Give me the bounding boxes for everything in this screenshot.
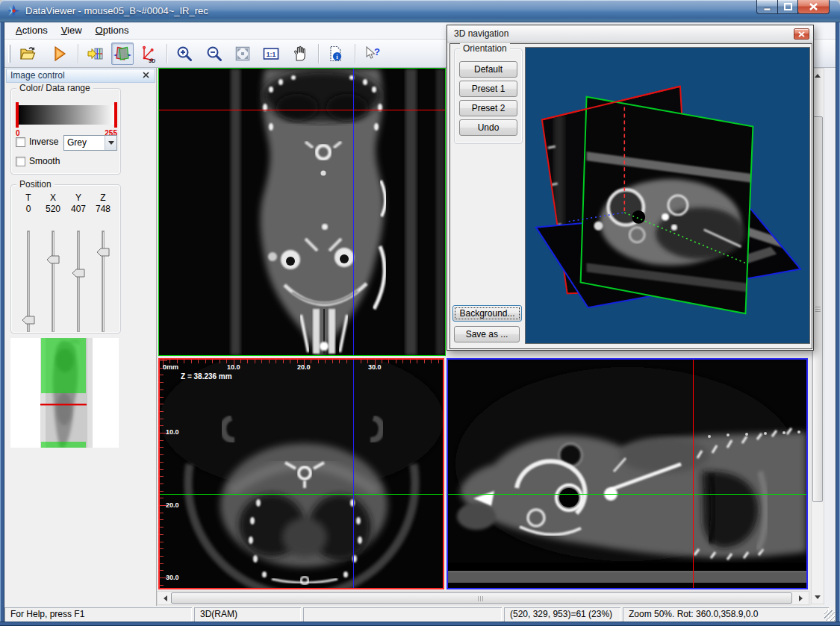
default-button[interactable]: Default <box>459 61 517 78</box>
horizontal-scrollbar[interactable] <box>157 591 809 605</box>
dataset-info-icon[interactable]: i <box>325 43 347 65</box>
save-as-button[interactable]: Save as ... <box>454 326 520 342</box>
svg-text:1:1: 1:1 <box>267 50 276 57</box>
orientation-label: Orientation <box>460 43 510 54</box>
pan-icon[interactable] <box>288 43 311 65</box>
range-max-marker[interactable] <box>114 102 117 128</box>
coronal-view[interactable] <box>158 68 446 356</box>
colormap-select[interactable]: Grey <box>63 135 117 151</box>
sagittal-view[interactable] <box>447 358 808 589</box>
slider-y: Y 407 <box>66 193 90 214</box>
z-position-label: Z = 38.236 mm <box>181 372 232 381</box>
status-voxel: (520, 329, 953)=61 (23%) <box>504 607 620 622</box>
slider-z-thumb[interactable] <box>96 248 110 257</box>
slider-t: T 0 <box>16 193 40 214</box>
slider-x-track[interactable] <box>52 231 55 332</box>
scroll-down-icon[interactable] <box>812 591 824 604</box>
toolbar-separator <box>167 44 167 63</box>
fit-window-icon[interactable] <box>231 43 254 65</box>
crosshair-red-horizontal[interactable] <box>159 110 445 110</box>
close-button[interactable] <box>797 0 830 14</box>
nav3d-titlebar[interactable]: 3D navigation <box>447 25 813 43</box>
slider-z: Z 748 <box>91 193 115 214</box>
background-button[interactable]: Background... <box>452 305 522 322</box>
range-min-marker[interactable] <box>16 102 19 128</box>
actual-size-icon[interactable]: 1:1 <box>260 43 282 65</box>
run-icon[interactable] <box>48 43 70 65</box>
toolbar-grip[interactable] <box>8 45 10 63</box>
ruler-label-left-20: 20.0 <box>166 501 179 509</box>
slider-x-axis: X <box>41 193 65 203</box>
status-mode: 3D(RAM) <box>194 607 301 622</box>
status-zoom-rotation: Zoom 50%. Rot: 360.0,358.9,0.0 <box>623 607 829 622</box>
undo-button[interactable]: Undo <box>459 119 517 136</box>
toolbar-separator <box>355 44 355 63</box>
svg-text:3D: 3D <box>149 57 155 63</box>
smooth-label: Smooth <box>29 156 60 166</box>
statusbar: For Help, press F1 3D(RAM) (520, 329, 95… <box>4 606 836 622</box>
scroll-right-icon[interactable] <box>796 592 809 604</box>
chevron-down-icon[interactable] <box>105 136 116 150</box>
crosshair-green-horizontal[interactable] <box>160 494 443 495</box>
inverse-label: Inverse <box>29 137 58 147</box>
window-titlebar[interactable]: DataViewer - mouse05_B~#0004~_IR_rec <box>0 0 840 22</box>
client-right-gutter <box>824 22 836 622</box>
slider-x: X 520 <box>41 193 65 214</box>
smooth-checkbox[interactable] <box>16 157 25 166</box>
color-gradient-bar[interactable] <box>17 105 116 125</box>
color-range-group: Color/ Data range 0 255 Inverse Grey Smo… <box>10 88 121 175</box>
scout-thumbnail[interactable] <box>10 338 119 448</box>
ortho-planes-icon[interactable] <box>111 43 134 65</box>
window-title: DataViewer - mouse05_B~#0004~_IR_rec <box>25 0 208 22</box>
ruler-label-0mm: 0mm <box>163 363 178 371</box>
slider-y-thumb[interactable] <box>72 269 85 278</box>
horizontal-scrollbar-thumb[interactable] <box>171 592 792 604</box>
zoom-in-icon[interactable] <box>173 43 196 65</box>
slider-x-value: 520 <box>41 204 65 214</box>
context-help-icon[interactable]: ? <box>361 43 384 65</box>
slider-t-value: 0 <box>16 204 40 214</box>
minimize-button[interactable] <box>756 0 778 14</box>
ruler-label-left-10: 10.0 <box>166 428 179 436</box>
slider-z-axis: Z <box>91 193 115 203</box>
axial-view[interactable]: 0mm 10.0 20.0 30.0 10.0 20.0 30.0 Z = 38… <box>158 358 444 589</box>
slider-t-thumb[interactable] <box>22 316 35 325</box>
menu-view[interactable]: View <box>55 22 89 39</box>
ruler-label-top-10: 10.0 <box>227 363 240 371</box>
scroll-left-icon[interactable] <box>158 592 170 604</box>
crosshair-green-horizontal[interactable] <box>448 494 806 495</box>
colormap-value: Grey <box>67 137 87 148</box>
vertical-scrollbar-thumb[interactable] <box>812 116 823 502</box>
svg-text:?: ? <box>374 46 380 57</box>
app-icon <box>7 4 20 17</box>
export-slices-icon[interactable] <box>84 43 107 65</box>
ruler-label-top-30: 30.0 <box>368 363 382 371</box>
nav3d-close-button[interactable] <box>794 28 809 40</box>
image-control-panel: Image control Color/ Data range 0 255 In… <box>4 68 157 606</box>
maximize-button[interactable] <box>777 0 798 14</box>
menu-options[interactable]: Options <box>89 22 136 39</box>
menu-actions[interactable]: Actions <box>9 22 55 39</box>
crosshair-red-vertical[interactable] <box>693 360 694 588</box>
toolbar-separator <box>318 44 319 63</box>
crosshair-blue-vertical[interactable] <box>353 69 354 355</box>
resize-grip[interactable] <box>824 610 835 621</box>
image-control-header[interactable]: Image control <box>6 69 155 83</box>
dataviewer-window: DataViewer - mouse05_B~#0004~_IR_rec Act… <box>0 0 840 626</box>
slider-z-track[interactable] <box>102 231 105 332</box>
slider-x-thumb[interactable] <box>46 255 60 264</box>
slider-y-track[interactable] <box>77 231 80 332</box>
crosshair-blue-vertical[interactable] <box>353 360 354 588</box>
inverse-checkbox[interactable] <box>16 137 25 147</box>
nav3d-window[interactable]: 3D navigation Orientation Default Preset… <box>447 25 814 351</box>
3d-viewport[interactable] <box>525 47 810 344</box>
preset2-button[interactable]: Preset 2 <box>459 100 517 116</box>
preset1-button[interactable]: Preset 1 <box>459 81 517 97</box>
open-icon[interactable] <box>16 43 39 65</box>
window-border-bottom <box>0 622 840 626</box>
zoom-out-icon[interactable] <box>203 43 225 65</box>
slider-t-axis: T <box>16 193 40 203</box>
orientation-group: Orientation Default Preset 1 Preset 2 Un… <box>454 48 523 144</box>
axes-3d-icon[interactable]: 3D <box>137 43 159 65</box>
close-panel-icon[interactable] <box>142 71 151 80</box>
